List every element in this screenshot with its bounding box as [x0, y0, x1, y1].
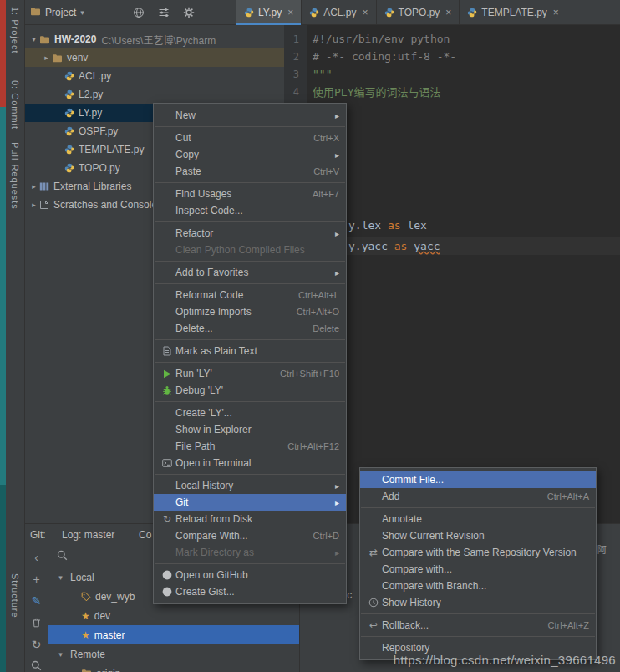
menu-separator — [155, 563, 345, 564]
chevron-right-icon[interactable]: ▸ — [70, 669, 81, 672]
git-submenu-item-show-current-revision[interactable]: Show Current Revision — [360, 527, 596, 544]
python-icon — [64, 108, 74, 118]
editor-tab-ly-py[interactable]: LY.py× — [236, 0, 302, 25]
refresh-icon[interactable]: ↻ — [30, 638, 43, 650]
chevron-right-icon[interactable]: ▸ — [41, 53, 52, 62]
branch-item-origin[interactable]: ▸origin — [48, 664, 299, 672]
context-menu-item-optimize-imports[interactable]: Optimize ImportsCtrl+Alt+O — [154, 303, 346, 320]
context-menu-item-clean-python-compiled-files: Clean Python Compiled Files — [154, 242, 346, 258]
globe-icon — [133, 7, 145, 18]
context-menu-item-file-path[interactable]: File PathCtrl+Alt+F12 — [154, 438, 346, 455]
chevron-down-icon[interactable]: ▾ — [55, 650, 66, 659]
context-menu-item-open-on-github[interactable]: Open on GitHub — [154, 567, 346, 583]
toolwindow-button-commit[interactable]: 0: Commit — [10, 80, 20, 130]
minimize-icon[interactable]: — — [206, 5, 221, 20]
delete-icon[interactable] — [30, 616, 43, 629]
line-number: 2 — [284, 51, 302, 63]
context-menu-item-add-to-favorites[interactable]: Add to Favorites▸ — [154, 264, 346, 281]
tab-close-icon[interactable]: × — [363, 7, 368, 18]
tree-item-label: HW-2020 — [54, 33, 96, 45]
toolwindow-button-project[interactable]: 1: Project — [10, 7, 20, 53]
sliders-icon[interactable] — [156, 5, 171, 20]
editor-tab-template-py[interactable]: TEMPLATE.py× — [460, 0, 567, 25]
context-menu-item-mark-as-plain-text[interactable]: Mark as Plain Text — [154, 343, 346, 359]
line-number: 4 — [284, 86, 302, 98]
tree-item-label: OSPF.py — [79, 125, 118, 137]
context-menu-item-refactor[interactable]: Refactor▸ — [154, 225, 346, 242]
tab-console[interactable]: Co — [139, 529, 151, 541]
chevron-down-icon[interactable]: ▾ — [28, 35, 39, 43]
git-submenu-item-show-history[interactable]: Show History — [360, 594, 596, 611]
context-menu-item-show-in-explorer[interactable]: Show in Explorer — [154, 421, 346, 438]
context-menu-item-open-in-terminal[interactable]: Open in Terminal — [154, 455, 346, 471]
add-icon[interactable]: + — [30, 573, 43, 585]
context-menu-item-create-gist[interactable]: Create Gist... — [154, 583, 346, 600]
tab-log-master[interactable]: Log: master — [62, 529, 114, 541]
branch-label: dev — [94, 610, 110, 622]
context-menu-item-reload-from-disk[interactable]: ↻Reload from Disk — [154, 511, 346, 527]
line-number: 3 — [284, 69, 302, 80]
git-submenu-item-commit-file[interactable]: Commit File... — [360, 471, 596, 488]
tab-close-icon[interactable]: × — [553, 7, 559, 18]
tree-item-l2-py[interactable]: L2.py — [25, 85, 284, 104]
git-submenu-item-compare-with-the-same-repository-version[interactable]: ⇄Compare with the Same Repository Versio… — [360, 544, 596, 561]
git-submenu-item-add[interactable]: AddCtrl+Alt+A — [360, 488, 596, 505]
chevron-down-icon[interactable]: ▾ — [55, 573, 66, 582]
context-menu-item-inspect-code[interactable]: Inspect Code... — [154, 202, 346, 219]
context-menu-item-compare-with[interactable]: Compare With...Ctrl+D — [154, 527, 346, 544]
chevron-right-icon[interactable]: ▸ — [28, 182, 39, 191]
edit-icon[interactable]: ✎ — [30, 594, 43, 607]
context-menu-item-delete[interactable]: Delete...Delete — [154, 320, 346, 337]
scratch-icon — [39, 200, 49, 210]
context-menu-item-paste[interactable]: PasteCtrl+V — [154, 163, 346, 180]
tab-close-icon[interactable]: × — [287, 7, 293, 18]
python-icon — [244, 8, 254, 18]
gear-icon[interactable] — [181, 5, 196, 20]
editor-tabs: LY.py×ACL.py×TOPO.py×TEMPLATE.py× — [236, 0, 567, 25]
git-submenu-item-annotate[interactable]: Annotate — [360, 511, 596, 527]
toolwindow-button-pull-requests[interactable]: Pull Requests — [10, 142, 20, 210]
back-icon[interactable]: ‹ — [30, 551, 43, 563]
chevron-right-icon[interactable]: ▸ — [28, 201, 39, 209]
context-menu-item-run-ly[interactable]: Run 'LY'Ctrl+Shift+F10 — [154, 365, 346, 382]
globe-icon[interactable] — [131, 5, 146, 20]
branch-item-dev[interactable]: ★dev — [48, 606, 299, 625]
main-toolbar: Project ▾ — LY.py×ACL.py×TOPO.py×TEMPLAT… — [25, 0, 620, 25]
context-menu-item-create-ly[interactable]: Create 'LY'... — [154, 405, 346, 421]
menu-item-label: Debug 'LY' — [175, 384, 223, 396]
tab-close-icon[interactable]: × — [445, 7, 451, 18]
context-menu-item-reformat-code[interactable]: Reformat CodeCtrl+Alt+L — [154, 287, 346, 303]
editor-tab-acl-py[interactable]: ACL.py× — [302, 0, 376, 25]
menu-item-icon-slot — [159, 369, 175, 379]
menu-separator — [155, 401, 345, 402]
menu-item-label: Compare with... — [382, 563, 452, 575]
python-icon — [64, 126, 74, 136]
project-toolwindow-header[interactable]: Project ▾ — [30, 7, 84, 18]
context-menu-item-debug-ly[interactable]: Debug 'LY' — [154, 382, 346, 399]
context-menu-item-copy[interactable]: Copy▸ — [154, 146, 346, 163]
find-icon[interactable] — [30, 659, 43, 672]
find-icon — [57, 550, 68, 561]
menu-separator — [155, 126, 345, 127]
context-menu-item-git[interactable]: Git▸ — [154, 494, 346, 511]
tree-item-venv[interactable]: ▸venv — [25, 48, 284, 67]
branch-label: Remote — [70, 649, 105, 660]
toolwindow-button-structure[interactable]: Structure — [10, 573, 20, 619]
context-menu-item-local-history[interactable]: Local History▸ — [154, 477, 346, 494]
context-menu-item-new[interactable]: New▸ — [154, 107, 346, 124]
branch-item-remote[interactable]: ▾Remote — [48, 644, 299, 664]
context-menu-item-mark-directory-as: Mark Directory as▸ — [154, 544, 346, 561]
git-submenu-item-compare-with[interactable]: Compare with... — [360, 561, 596, 578]
menu-item-label: New — [175, 109, 196, 121]
sliders-icon — [158, 7, 170, 18]
git-submenu-item-compare-with-branch[interactable]: Compare with Branch... — [360, 578, 596, 594]
tree-item-acl-py[interactable]: ACL.py — [25, 67, 284, 85]
editor-line: 2# -*- coding:utf-8 -*- — [284, 48, 620, 65]
editor-tab-topo-py[interactable]: TOPO.py× — [377, 0, 460, 25]
tree-item-hw-2020[interactable]: ▾HW-2020C:\Users\王艺博\Pycharm — [25, 30, 284, 48]
git-submenu-item-rollback[interactable]: ↩Rollback...Ctrl+Alt+Z — [360, 617, 596, 634]
submenu-arrow-icon: ▸ — [322, 150, 339, 160]
context-menu-item-cut[interactable]: CutCtrl+X — [154, 130, 346, 146]
context-menu-item-find-usages[interactable]: Find UsagesAlt+F7 — [154, 186, 346, 202]
branch-item-master[interactable]: ★master — [48, 625, 299, 644]
